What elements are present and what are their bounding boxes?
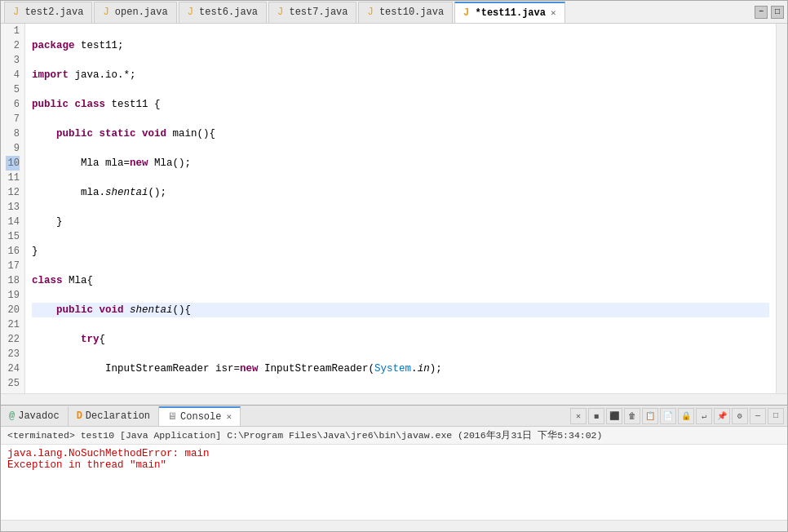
line-num-5: 5 — [6, 82, 20, 97]
line-num-11: 11 — [6, 171, 20, 185]
line-num-6: 6 — [6, 97, 20, 112]
maximize-panel-button[interactable]: □ — [768, 408, 784, 424]
code-line-7: } — [32, 215, 769, 229]
line-num-16: 16 — [6, 244, 20, 259]
scroll-lock-button[interactable]: 🔒 — [678, 408, 694, 424]
file-icon: J — [367, 7, 373, 18]
tab-bar: J test2.java J open.java J test6.java J … — [1, 1, 787, 24]
line-num-1: 1 — [6, 24, 20, 38]
line-num-10: 10 — [6, 156, 20, 171]
line-num-21: 21 — [6, 317, 20, 332]
line-numbers: 1 2 3 4 5 6 7 8 9 10 11 12 13 14 15 16 1 — [1, 24, 25, 393]
terminate-button[interactable]: ⬛ — [606, 408, 622, 424]
copy-button[interactable]: 📋 — [642, 408, 658, 424]
line-num-19: 19 — [6, 288, 20, 303]
console-toolbar: ✕ ◼ ⬛ 🗑 📋 📄 🔒 ↵ 📌 ⚙ — □ — [570, 408, 787, 424]
file-icon: J — [277, 7, 283, 18]
file-icon: J — [13, 7, 19, 18]
line-num-8: 8 — [6, 126, 20, 141]
code-line-1: package test11; — [32, 38, 769, 53]
line-num-24: 24 — [6, 361, 20, 376]
tab-console[interactable]: 🖥 Console ✕ — [159, 406, 241, 426]
tab-test2[interactable]: J test2.java — [4, 2, 92, 23]
declaration-icon: D — [77, 410, 82, 422]
tab-javadoc[interactable]: @ Javadoc — [1, 406, 69, 426]
code-line-4: public static void main(){ — [32, 126, 769, 141]
window-controls: − □ — [755, 6, 787, 19]
bottom-panel: @ Javadoc D Declaration 🖥 Console ✕ ✕ ◼ … — [1, 405, 787, 531]
line-num-13: 13 — [6, 200, 20, 215]
line-num-26: 26 — [6, 391, 20, 393]
stop-button[interactable]: ◼ — [588, 408, 604, 424]
line-num-12: 12 — [6, 185, 20, 200]
minimize-panel-button[interactable]: — — [750, 408, 766, 424]
line-num-18: 18 — [6, 273, 20, 288]
line-num-17: 17 — [6, 259, 20, 273]
javadoc-icon: @ — [9, 410, 15, 422]
paste-button[interactable]: 📄 — [660, 408, 676, 424]
code-line-13: BufferedReader br=new BufferedReader(isr… — [32, 391, 769, 393]
code-line-9: class Mla{ — [32, 273, 769, 288]
console-output[interactable]: java.lang.NoSuchMethodError: main Except… — [1, 445, 787, 520]
close-console-icon[interactable]: ✕ — [226, 411, 232, 422]
file-icon: J — [188, 7, 193, 18]
code-line-11: try{ — [32, 332, 769, 347]
settings-button[interactable]: ⚙ — [732, 408, 748, 424]
tab-open[interactable]: J open.java — [94, 2, 176, 23]
maximize-button[interactable]: □ — [771, 6, 784, 19]
line-num-23: 23 — [6, 347, 20, 361]
code-area[interactable]: 1 2 3 4 5 6 7 8 9 10 11 12 13 14 15 16 1 — [1, 24, 787, 393]
editor-window: J test2.java J open.java J test6.java J … — [0, 0, 788, 532]
line-num-22: 22 — [6, 332, 20, 347]
line-num-20: 20 — [6, 303, 20, 317]
vertical-scrollbar[interactable] — [776, 24, 787, 393]
editor-container: 1 2 3 4 5 6 7 8 9 10 11 12 13 14 15 16 1 — [1, 24, 787, 405]
clear-console-button[interactable]: ✕ — [570, 408, 587, 424]
code-line-6: mla.shentai(); — [32, 185, 769, 200]
tab-test11[interactable]: J *test11.java ✕ — [454, 2, 564, 23]
code-line-10: public void shentai(){ — [32, 303, 769, 317]
tab-test7[interactable]: J test7.java — [268, 2, 356, 23]
line-num-25: 25 — [6, 376, 20, 391]
tab-test6[interactable]: J test6.java — [179, 2, 267, 23]
line-num-7: 7 — [6, 112, 20, 126]
code-line-2: import java.io.*; — [32, 68, 769, 82]
bottom-tab-bar: @ Javadoc D Declaration 🖥 Console ✕ ✕ ◼ … — [1, 406, 787, 427]
console-scrollbar[interactable] — [1, 520, 787, 531]
code-content[interactable]: package test11; import java.io.*; public… — [25, 24, 776, 393]
code-line-5: Mla mla=new Mla(); — [32, 156, 769, 171]
line-num-4: 4 — [6, 68, 20, 82]
pin-button[interactable]: 📌 — [714, 408, 730, 424]
console-header: <terminated> test10 [Java Application] C… — [1, 427, 787, 445]
line-num-2: 2 — [6, 38, 20, 53]
horizontal-scrollbar[interactable] — [1, 393, 787, 405]
tab-test10[interactable]: J test10.java — [358, 2, 453, 23]
line-num-9: 9 — [6, 141, 20, 156]
console-icon: 🖥 — [167, 410, 177, 423]
tab-declaration[interactable]: D Declaration — [69, 406, 159, 426]
word-wrap-button[interactable]: ↵ — [696, 408, 712, 424]
console-line-1: java.lang.NoSuchMethodError: main — [7, 448, 781, 459]
remove-launch-button[interactable]: 🗑 — [624, 408, 640, 424]
line-num-15: 15 — [6, 229, 20, 244]
console-line-2: Exception in thread "main" — [7, 459, 781, 471]
close-tab-icon[interactable]: ✕ — [551, 7, 556, 18]
minimize-button[interactable]: − — [755, 6, 768, 19]
code-line-3: public class test11 { — [32, 97, 769, 112]
code-line-8: } — [32, 244, 769, 259]
file-icon: J — [103, 7, 108, 18]
file-icon: J — [463, 7, 469, 19]
code-line-12: InputStreamReader isr=new InputStreamRea… — [32, 361, 769, 376]
line-num-14: 14 — [6, 215, 20, 229]
editor-main: 1 2 3 4 5 6 7 8 9 10 11 12 13 14 15 16 1 — [1, 24, 787, 405]
line-num-3: 3 — [6, 53, 20, 68]
